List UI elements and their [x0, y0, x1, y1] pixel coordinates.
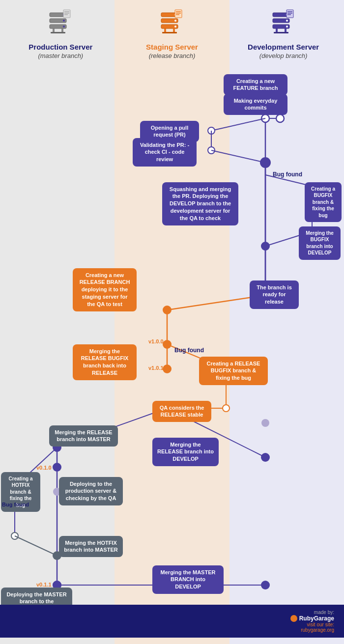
creating-release-label: Creating a new RELEASE BRANCH deploying …	[73, 268, 137, 311]
svg-rect-32	[276, 28, 278, 32]
svg-rect-10	[64, 11, 69, 12]
svg-rect-35	[287, 10, 293, 18]
production-server-title: Production Server	[29, 42, 92, 52]
v010-label: v0.1.0	[36, 465, 52, 471]
branch-ready-label: The branch is ready for release	[250, 280, 299, 309]
merging-master-develop-label: Merging the MASTER BRANCH into DEVELOP	[152, 565, 224, 594]
svg-point-80	[53, 463, 61, 472]
creating-feature-label: Creating a new FEATURE branch	[224, 74, 287, 96]
v101-label: v1.0.1	[148, 365, 164, 371]
svg-rect-22	[175, 10, 182, 18]
svg-point-72	[223, 405, 229, 412]
staging-server-branch: (release branch)	[149, 52, 196, 59]
svg-rect-12	[64, 14, 68, 15]
svg-line-53	[211, 150, 265, 163]
svg-point-30	[286, 20, 288, 22]
staging-server-title: Staging Server	[146, 42, 198, 52]
footer-company: RubyGarage	[299, 615, 334, 622]
footer-made-label: made by:	[290, 610, 334, 615]
svg-point-90	[261, 581, 270, 589]
development-server-icon	[269, 9, 298, 38]
svg-rect-38	[287, 14, 291, 15]
merging-bugfix-label: Merging the BUGFIX branch into DEVELOP	[299, 226, 341, 260]
staging-server-header: Staging Server (release branch)	[123, 9, 221, 59]
qa-stable-label: QA considers the RELEASE stable	[152, 401, 211, 422]
svg-rect-37	[287, 13, 292, 14]
everyday-commits-label: Making everyday commits	[224, 94, 287, 115]
creating-bugfix-label: Creating a BUGFIX branch & fixing the bu…	[305, 182, 342, 223]
header: Production Server (master branch) Stagin…	[0, 0, 344, 64]
svg-rect-8	[51, 32, 65, 33]
merging-hotfix-label: Merging the HOTFIX branch into MASTER	[59, 536, 123, 558]
svg-point-65	[163, 306, 172, 314]
svg-rect-24	[176, 13, 181, 14]
svg-rect-7	[61, 28, 63, 32]
merging-release-develop-label: Merging the RELEASE branch into DEVELOP	[152, 438, 219, 467]
rubygarage-logo-icon	[290, 615, 297, 622]
creating-release-bugfix-label: Creating a RELEASE BUGFIX branch & fixin…	[199, 357, 268, 386]
svg-point-31	[286, 26, 288, 28]
svg-rect-36	[287, 11, 292, 12]
development-server-title: Development Server	[248, 42, 319, 52]
v100-label: v1.0.0	[148, 338, 164, 344]
footer: made by: RubyGarage visit our site: ruby…	[0, 605, 344, 638]
svg-point-73	[261, 419, 269, 427]
svg-rect-9	[63, 10, 70, 18]
bug-found-label-2: Bug found	[174, 347, 204, 354]
svg-rect-34	[274, 32, 288, 33]
svg-rect-23	[176, 11, 181, 12]
footer-site-url: rubygarage.org	[290, 627, 334, 633]
svg-point-61	[261, 242, 270, 251]
development-server-header: Development Server (develop branch)	[234, 9, 333, 59]
v011-label: v0.1.1	[36, 582, 52, 588]
svg-rect-19	[164, 28, 166, 32]
svg-rect-11	[64, 13, 69, 14]
production-server-header: Production Server (master branch)	[11, 9, 110, 59]
svg-line-85	[15, 536, 57, 556]
production-server-branch: (master branch)	[38, 52, 83, 59]
merging-release-bugfix-label: Merging the RELEASE BUGFIX branch back i…	[73, 344, 137, 380]
svg-point-17	[174, 20, 176, 22]
svg-point-78	[261, 453, 270, 462]
deploying-production-qa-label: Deploying to the production server & che…	[59, 477, 123, 506]
development-server-branch: (develop branch)	[259, 52, 308, 59]
staging-server-icon	[157, 9, 187, 38]
svg-rect-25	[176, 14, 179, 15]
production-server-icon	[46, 9, 75, 38]
bug-found-label-1: Bug found	[273, 171, 302, 178]
svg-rect-20	[173, 28, 175, 32]
bug-found-label-3: Bug found	[2, 502, 29, 507]
svg-rect-21	[162, 32, 177, 33]
validating-pr-label: Validating the PR: - check CI - code rev…	[133, 138, 197, 167]
svg-point-48	[276, 114, 284, 122]
svg-point-5	[63, 26, 65, 28]
footer-made-by: made by: RubyGarage visit our site: ruby…	[290, 610, 334, 633]
footer-visit-label: visit our site:	[290, 622, 334, 627]
svg-point-18	[174, 26, 176, 28]
squashing-label: Squashing and merging the PR. Deploying …	[162, 182, 238, 225]
svg-rect-6	[53, 28, 55, 32]
svg-line-49	[211, 118, 265, 131]
svg-point-70	[163, 364, 172, 373]
svg-rect-33	[285, 28, 287, 32]
footer-logo: RubyGarage	[290, 615, 334, 622]
svg-point-4	[63, 20, 65, 22]
diagram: Creating a new FEATURE branch Making eve…	[0, 64, 344, 605]
merging-release-master-label: Merging the RELEASE branch into MASTER	[49, 425, 118, 447]
